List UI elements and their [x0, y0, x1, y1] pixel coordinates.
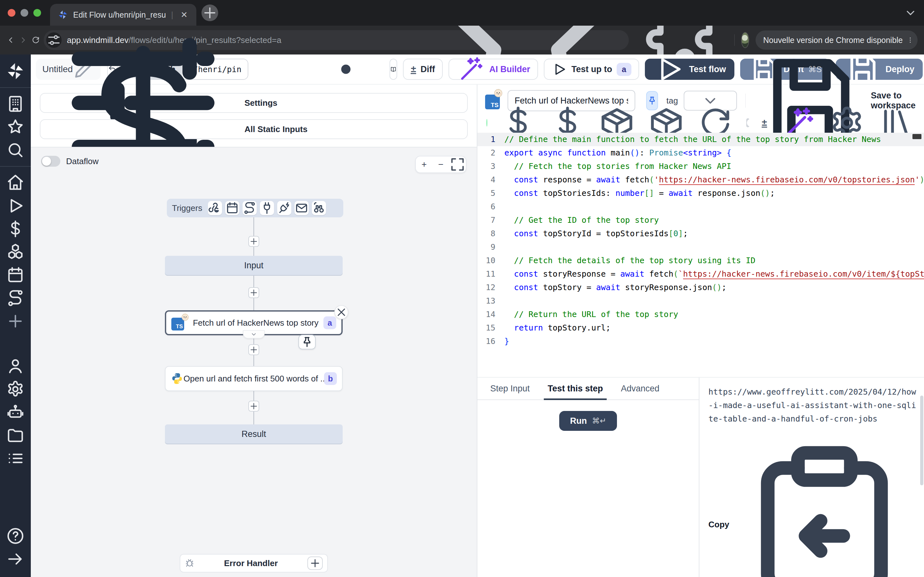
step-node-a[interactable]: TS Fetch url of HackerNews top story a	[165, 310, 342, 335]
sidebar-search-icon[interactable]	[6, 140, 25, 160]
close-window-button[interactable]	[8, 9, 15, 17]
panel-scrollbar[interactable]	[920, 396, 923, 485]
copy-button[interactable]: Copy	[708, 434, 915, 577]
insert-step-button[interactable]	[248, 287, 259, 298]
sidebar-gear-icon[interactable]	[6, 380, 25, 399]
code-line[interactable]: 12 const topStory = await storyResponse.…	[477, 281, 924, 294]
code-text	[504, 240, 924, 254]
trigger-plug-icon[interactable]	[260, 201, 274, 215]
code-line[interactable]: 14 // Return the URL of the top story	[477, 308, 924, 321]
triggers-node[interactable]: Triggers	[167, 199, 343, 218]
sidebar-star-icon[interactable]	[6, 117, 25, 137]
code-line[interactable]: 4 const response = await fetch('https://…	[477, 173, 924, 187]
code-line[interactable]: 9	[477, 240, 924, 254]
dataflow-toggle[interactable]	[41, 156, 60, 167]
code-line[interactable]: 8 const topStoryId = topStoriesIds[0];	[477, 227, 924, 240]
sidebar-home-icon[interactable]	[6, 173, 25, 192]
result-node[interactable]: Result	[165, 424, 342, 444]
all-static-inputs-row[interactable]: All Static Inputs	[40, 119, 468, 139]
python-icon	[171, 372, 184, 385]
sidebar-cubes-icon[interactable]	[6, 242, 25, 261]
fit-view-button[interactable]	[449, 156, 466, 173]
maximize-window-button[interactable]	[33, 9, 41, 17]
sidebar-play-icon[interactable]	[6, 196, 25, 215]
trigger-plug-zap-icon[interactable]	[277, 201, 291, 215]
editor-toggle[interactable]	[746, 118, 750, 127]
step-node-b[interactable]: Open url and fetch first 500 words of ..…	[165, 366, 342, 391]
minimize-window-button[interactable]	[21, 9, 28, 17]
reload-icon[interactable]	[31, 31, 40, 49]
insert-step-button[interactable]	[248, 401, 259, 412]
flow-canvas[interactable]: Dataflow + − Triggers	[31, 147, 477, 577]
sidebar-list-icon[interactable]	[6, 449, 25, 468]
tab-test-this-step[interactable]: Test this step	[548, 384, 603, 400]
sidebar-folder-icon[interactable]	[6, 426, 25, 445]
diff-mode-icon[interactable]: ±	[762, 118, 767, 127]
sidebar-arrow-right-icon[interactable]	[6, 550, 25, 569]
delete-step-icon[interactable]	[334, 305, 349, 319]
forward-icon[interactable]	[19, 31, 27, 49]
browser-tab[interactable]: Edit Flow u/henri/pin_results | ✕	[50, 4, 196, 26]
window-controls[interactable]	[0, 9, 50, 17]
tab-title: Edit Flow u/henri/pin_results	[73, 10, 166, 19]
line-number: 13	[477, 294, 504, 308]
code-editor[interactable]: 1// Define the main function to fetch th…	[477, 133, 924, 377]
code-line[interactable]: 2export async function main(): Promise<s…	[477, 146, 924, 160]
sidebar-dollar-icon[interactable]	[6, 219, 25, 239]
code-line[interactable]: 3 // Fetch the top stories from Hacker N…	[477, 160, 924, 173]
code-line[interactable]: 16}	[477, 335, 924, 348]
insert-step-button[interactable]	[248, 344, 259, 355]
trigger-poll-icon[interactable]	[312, 201, 326, 215]
code-line[interactable]: 1// Define the main function to fetch th…	[477, 133, 924, 146]
tab-search-chevron-icon[interactable]	[903, 6, 918, 20]
new-tab-button[interactable]	[202, 5, 218, 21]
tab-close-icon[interactable]: ✕	[178, 9, 190, 21]
collapse-step-icon[interactable]	[243, 330, 265, 338]
profile-avatar[interactable]	[741, 32, 749, 48]
browser-menu-icon[interactable]	[907, 37, 914, 44]
error-handler-node[interactable]: Error Handler	[180, 554, 328, 572]
code-line[interactable]: 15 return topStory.url;	[477, 321, 924, 335]
trigger-webhook-icon[interactable]	[208, 201, 222, 215]
add-error-handler-button[interactable]	[307, 556, 323, 570]
trigger-mail-icon[interactable]	[294, 201, 309, 215]
trigger-route-icon[interactable]	[242, 201, 257, 215]
sidebar-user-icon[interactable]	[6, 356, 25, 376]
sidebar-robot-icon[interactable]	[6, 403, 25, 422]
diff-button[interactable]: ±Diff	[403, 59, 443, 80]
trigger-calendar-icon[interactable]	[225, 201, 239, 215]
sidebar-building-icon[interactable]	[6, 94, 25, 113]
result-url[interactable]: https://www.geoffreylitt.com/2025/04/12/…	[708, 385, 920, 426]
sidebar-help-icon[interactable]	[6, 526, 25, 546]
code-line[interactable]: 5 const topStoriesIds: number[] = await …	[477, 187, 924, 200]
more-options-icon[interactable]	[309, 55, 383, 85]
back-icon[interactable]	[6, 31, 15, 49]
zoom-out-button[interactable]: −	[433, 156, 449, 173]
wand-icon	[456, 55, 485, 83]
play-icon	[551, 61, 567, 77]
code-line[interactable]: 13	[477, 294, 924, 308]
code-line[interactable]: 10 // Fetch the details of the top story…	[477, 254, 924, 268]
step-b-badge: b	[324, 372, 337, 385]
code-line[interactable]: 7 // Get the ID of the top story	[477, 213, 924, 227]
tab-advanced[interactable]: Advanced	[621, 384, 659, 400]
test-up-to-step-badge[interactable]: a	[617, 63, 632, 76]
docs-button[interactable]	[389, 59, 397, 80]
test-up-to-button[interactable]: Test up toa	[544, 59, 639, 80]
code-line[interactable]: 11 const storyResponse = await fetch(`ht…	[477, 268, 924, 281]
sidebar-plus-dim-icon[interactable]	[6, 311, 25, 331]
static-inputs-label: All Static Inputs	[244, 124, 307, 134]
input-node[interactable]: Input	[165, 256, 342, 275]
insert-step-button[interactable]	[248, 236, 259, 247]
code-line[interactable]: 6	[477, 200, 924, 213]
tab-step-input[interactable]: Step Input	[490, 384, 530, 400]
test-flow-button[interactable]: Test flow	[645, 59, 734, 80]
zoom-in-button[interactable]: +	[416, 156, 433, 173]
sidebar-route-icon[interactable]	[6, 288, 25, 308]
ai-builder-button[interactable]: AI Builder	[449, 59, 538, 80]
step-pin-icon[interactable]	[298, 335, 316, 350]
run-button[interactable]: Run ⌘↵	[559, 411, 617, 431]
draft-shortcut: ⌘S	[808, 65, 822, 74]
triggers-label: Triggers	[172, 203, 202, 213]
sidebar-calendar-icon[interactable]	[6, 266, 25, 285]
